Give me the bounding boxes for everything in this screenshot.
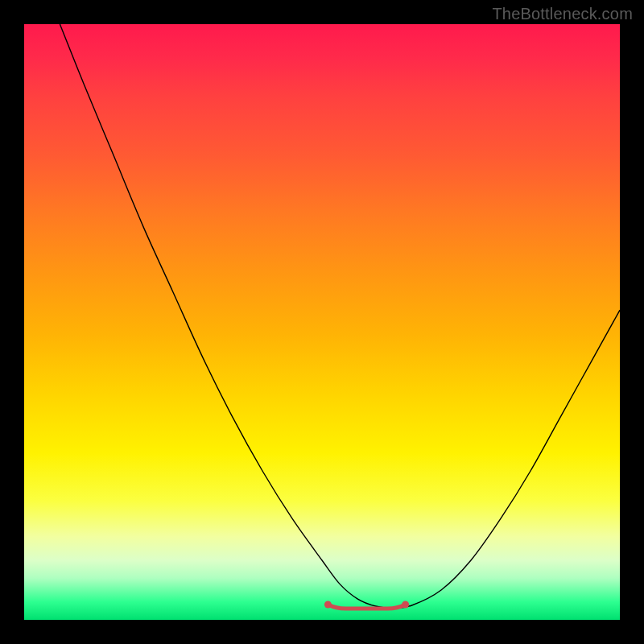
bottleneck-curve [60,24,620,608]
chart-frame: TheBottleneck.com [0,0,644,644]
optimal-range-dot-left [324,601,332,608]
optimal-range-marker [328,605,405,609]
plot-area [24,24,620,620]
attribution-text: TheBottleneck.com [492,5,633,23]
curve-layer [24,24,620,620]
optimal-range-dot-right [402,601,409,608]
